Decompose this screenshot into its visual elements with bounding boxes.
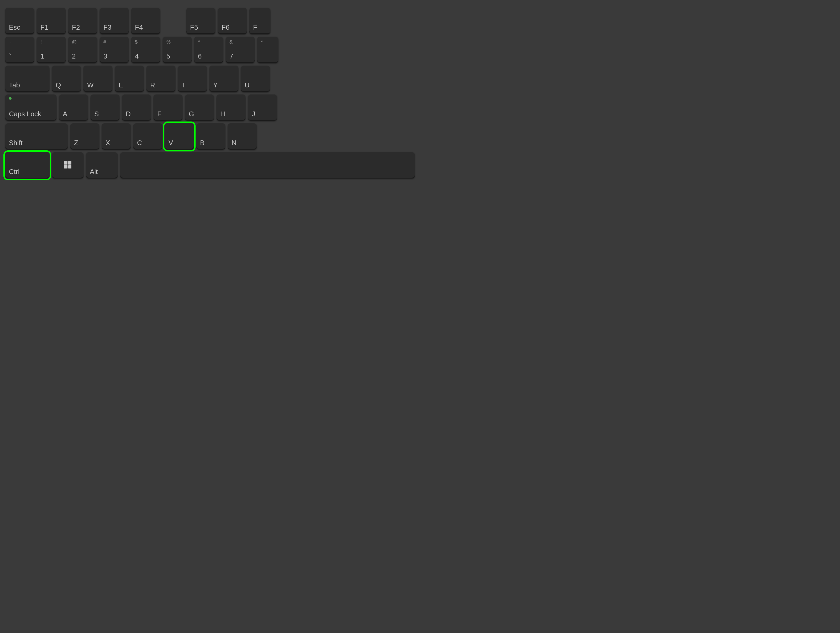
s-label: S <box>94 110 99 118</box>
q-key[interactable]: Q <box>52 66 81 92</box>
f3-key[interactable]: F3 <box>100 8 129 34</box>
f6-key[interactable]: F6 <box>218 8 247 34</box>
fn-gap <box>163 8 184 34</box>
f4-key[interactable]: F4 <box>131 8 160 34</box>
1-label: 1 <box>40 52 44 60</box>
e-label: E <box>118 81 123 89</box>
f3-label: F3 <box>103 24 111 32</box>
shift-key[interactable]: Shift <box>5 123 68 150</box>
caps-lock-label: Caps Lock <box>9 110 41 118</box>
at-label: @ <box>72 39 77 45</box>
caret-label: ^ <box>198 39 200 45</box>
windows-icon <box>64 161 71 169</box>
f1-label: F1 <box>40 24 48 32</box>
asdf-key-row: Caps Lock A S D F G H J <box>5 95 415 121</box>
7-key[interactable]: & 7 <box>226 37 255 63</box>
keyboard: Esc F1 F2 F3 F4 F5 F6 F ~ ` ! <box>0 0 420 317</box>
e-key[interactable]: E <box>115 66 144 92</box>
w-key[interactable]: W <box>84 66 112 92</box>
n-label: N <box>232 139 237 147</box>
3-label: 3 <box>103 52 107 60</box>
z-label: Z <box>74 139 78 147</box>
j-key-partial[interactable]: J <box>248 95 277 121</box>
f7-key-partial[interactable]: F <box>249 8 270 34</box>
2-key[interactable]: @ 2 <box>68 37 97 63</box>
tilde-label: ~ <box>9 39 12 45</box>
8-key-partial[interactable]: * <box>257 37 278 63</box>
z-key[interactable]: Z <box>70 123 99 150</box>
f6-label: F6 <box>221 24 229 32</box>
c-label: C <box>137 139 142 147</box>
tab-key[interactable]: Tab <box>5 66 49 92</box>
c-key[interactable]: C <box>133 123 162 150</box>
ampersand-label: & <box>229 39 232 45</box>
percent-label: % <box>166 39 171 45</box>
ctrl-key[interactable]: Ctrl <box>5 152 49 178</box>
esc-key[interactable]: Esc <box>5 8 34 34</box>
d-label: D <box>126 110 131 118</box>
f2-label: F2 <box>72 24 80 32</box>
qwerty-key-row: Tab Q W E R T Y U <box>5 66 415 92</box>
esc-label: Esc <box>9 24 20 32</box>
t-label: T <box>182 81 186 89</box>
r-label: R <box>150 81 155 89</box>
5-key[interactable]: % 5 <box>163 37 192 63</box>
h-key[interactable]: H <box>216 95 245 121</box>
backtick-label: ` <box>9 52 11 60</box>
2-label: 2 <box>72 52 76 60</box>
asterisk-label: * <box>261 39 263 45</box>
a-label: A <box>63 110 67 118</box>
f7-label: F <box>253 24 257 32</box>
1-key[interactable]: ! 1 <box>37 37 66 63</box>
n-key-partial[interactable]: N <box>228 123 257 150</box>
v-label: V <box>169 139 173 147</box>
dollar-label: $ <box>135 39 137 45</box>
f1-key[interactable]: F1 <box>37 8 66 34</box>
6-key[interactable]: ^ 6 <box>194 37 223 63</box>
exclaim-label: ! <box>40 39 42 45</box>
hash-label: # <box>103 39 106 45</box>
ctrl-label: Ctrl <box>9 168 19 176</box>
y-key[interactable]: Y <box>210 66 238 92</box>
b-label: B <box>200 139 204 147</box>
backtick-key[interactable]: ~ ` <box>5 37 34 63</box>
4-key[interactable]: $ 4 <box>131 37 160 63</box>
u-label: U <box>245 81 249 89</box>
number-key-row: ~ ` ! 1 @ 2 # 3 $ 4 % 5 ^ 6 & 7 <box>5 37 415 63</box>
6-label: 6 <box>198 52 202 60</box>
a-key[interactable]: A <box>59 95 88 121</box>
3-key[interactable]: # 3 <box>100 37 129 63</box>
zxcv-key-row: Shift Z X C V B N <box>5 123 415 150</box>
5-label: 5 <box>166 52 170 60</box>
alt-key[interactable]: Alt <box>86 152 118 178</box>
g-key[interactable]: G <box>185 95 214 121</box>
y-label: Y <box>213 81 218 89</box>
4-label: 4 <box>135 52 139 60</box>
f-label: F <box>157 110 161 118</box>
f5-key[interactable]: F5 <box>186 8 215 34</box>
r-key[interactable]: R <box>147 66 175 92</box>
h-label: H <box>220 110 225 118</box>
f5-label: F5 <box>190 24 198 32</box>
tab-label: Tab <box>9 81 20 89</box>
space-key[interactable] <box>120 152 415 178</box>
fn-key-row: Esc F1 F2 F3 F4 F5 F6 F <box>5 8 415 34</box>
f2-key[interactable]: F2 <box>68 8 97 34</box>
d-key[interactable]: D <box>122 95 151 121</box>
b-key[interactable]: B <box>196 123 225 150</box>
bottom-key-row: Ctrl Alt <box>5 152 415 178</box>
w-label: W <box>87 81 94 89</box>
f-key[interactable]: F <box>153 95 182 121</box>
s-key[interactable]: S <box>90 95 120 121</box>
t-key[interactable]: T <box>178 66 207 92</box>
v-key[interactable]: V <box>165 123 194 150</box>
u-key[interactable]: U <box>241 66 270 92</box>
7-label: 7 <box>229 52 233 60</box>
alt-label: Alt <box>90 168 98 176</box>
g-label: G <box>189 110 194 118</box>
shift-label: Shift <box>9 139 22 147</box>
caps-lock-key[interactable]: Caps Lock <box>5 95 57 121</box>
x-key[interactable]: X <box>102 123 131 150</box>
win-key[interactable] <box>52 152 84 178</box>
f4-label: F4 <box>135 24 143 32</box>
